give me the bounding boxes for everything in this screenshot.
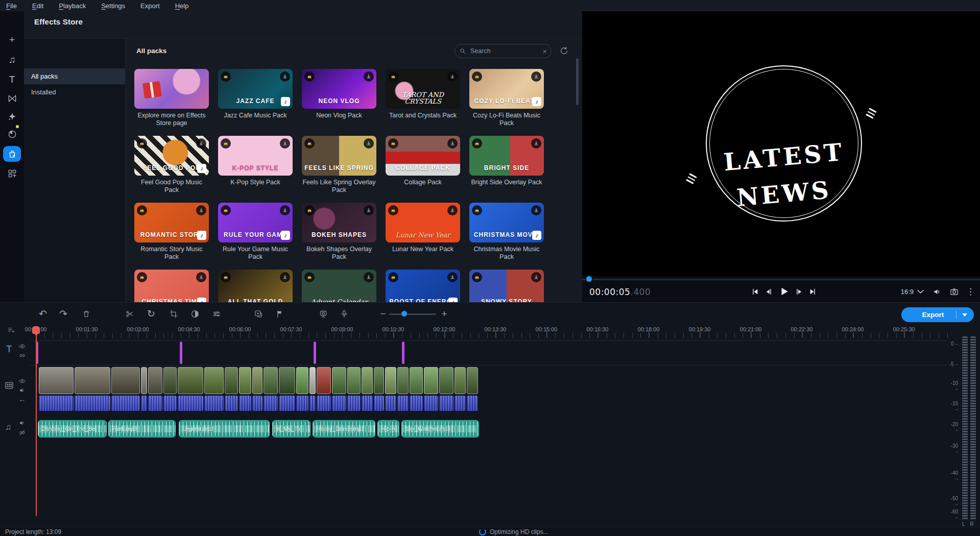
- sidebar-apps-icon[interactable]: [0, 165, 24, 182]
- video-audio-waveform[interactable]: [111, 396, 140, 411]
- timeline-zoom-handle[interactable]: [401, 311, 407, 316]
- video-clip[interactable]: [163, 367, 177, 394]
- video-audio-waveform[interactable]: [467, 396, 478, 411]
- pack-tile[interactable]: BRIGHT SIDEBright Side Overlay Pack: [469, 136, 544, 186]
- video-audio-waveform[interactable]: [204, 396, 224, 411]
- zoom-in-icon[interactable]: +: [438, 308, 450, 320]
- video-audio-waveform[interactable]: [410, 396, 423, 411]
- pack-tile[interactable]: TAROT AND CRYSTALSTarot and Crystals Pac…: [386, 69, 460, 119]
- pack-tile[interactable]: BOKEH SHAPESBokeh Shapes Overlay Pack: [302, 203, 376, 261]
- video-clip[interactable]: [347, 367, 361, 394]
- pack-tile[interactable]: Advent Calendar: [302, 270, 376, 303]
- download-icon[interactable]: [280, 138, 290, 149]
- video-track-visibility-icon[interactable]: [18, 377, 26, 385]
- download-icon[interactable]: [280, 272, 290, 282]
- video-clip[interactable]: [332, 367, 346, 394]
- pack-tile[interactable]: ROMANTIC STORY♪Romantic Story Music Pack: [134, 203, 209, 261]
- video-clip[interactable]: [397, 367, 409, 394]
- video-clip[interactable]: [317, 367, 331, 394]
- video-audio-waveform[interactable]: [264, 396, 278, 411]
- seek-handle[interactable]: [585, 275, 593, 283]
- sidebar-store-icon[interactable]: [3, 146, 21, 162]
- audio-clip[interactable]: Legend.mp3: [179, 420, 270, 437]
- pack-tile[interactable]: SNOWY STORY: [469, 270, 544, 303]
- video-audio-waveform[interactable]: [252, 396, 262, 411]
- audio-clip[interactable]: In_My_To: [272, 420, 310, 437]
- video-audio-waveform[interactable]: [424, 396, 438, 411]
- adjust-icon[interactable]: [210, 308, 223, 320]
- video-clip[interactable]: [252, 367, 262, 394]
- download-icon[interactable]: [531, 71, 541, 82]
- video-audio-waveform[interactable]: [439, 396, 453, 411]
- video-clip[interactable]: [39, 367, 74, 394]
- audio-clip[interactable]: Hip-H: [377, 420, 399, 437]
- pack-tile[interactable]: COLLAGE PACKCollage Pack: [386, 136, 460, 186]
- download-icon[interactable]: [447, 272, 458, 282]
- menu-item-file[interactable]: File: [6, 2, 17, 10]
- clear-search-icon[interactable]: ×: [542, 47, 547, 55]
- mic-icon[interactable]: [338, 308, 350, 320]
- pack-tile[interactable]: Lunar New YearLunar New Year Pack: [386, 203, 460, 253]
- menu-item-export[interactable]: Export: [140, 2, 160, 10]
- contrast-icon[interactable]: [189, 308, 201, 320]
- audio-clip[interactable]: Dancing_On_The_Be: [38, 420, 107, 437]
- aspect-ratio-select[interactable]: 16:9: [901, 287, 925, 297]
- sidebar-effects-icon[interactable]: [0, 108, 24, 125]
- video-clip[interactable]: [148, 367, 162, 394]
- menu-item-edit[interactable]: Edit: [32, 2, 43, 10]
- refresh-icon[interactable]: [558, 45, 569, 56]
- video-audio-waveform[interactable]: [148, 396, 162, 411]
- video-audio-waveform[interactable]: [397, 396, 409, 411]
- video-clip[interactable]: [362, 367, 373, 394]
- audio-clip[interactable]: Happy_Dance.mp3: [313, 420, 375, 437]
- title-track-link-icon[interactable]: [18, 352, 26, 359]
- redo-icon[interactable]: ↷: [57, 308, 69, 320]
- pack-tile[interactable]: BOOST OF ENERGY♪: [386, 270, 460, 303]
- pack-tile[interactable]: FEELS LIKE SPRINGFeels Like Spring Overl…: [302, 136, 376, 194]
- video-audio-waveform[interactable]: [374, 396, 384, 411]
- add-track-icon[interactable]: [7, 326, 15, 334]
- overlay-icon[interactable]: [252, 308, 265, 320]
- download-icon[interactable]: [531, 272, 541, 282]
- search-box[interactable]: ×: [455, 44, 552, 58]
- video-audio-waveform[interactable]: [279, 396, 295, 411]
- audio-clip[interactable]: Funk.mp3: [108, 420, 176, 437]
- nav-item-installed[interactable]: Installed: [24, 84, 125, 100]
- more-options-icon[interactable]: ⋮: [966, 286, 975, 297]
- download-icon[interactable]: [447, 138, 458, 149]
- download-icon[interactable]: [364, 272, 374, 282]
- playhead-handle[interactable]: [32, 326, 40, 334]
- download-icon[interactable]: [280, 71, 290, 82]
- download-icon[interactable]: [196, 205, 206, 215]
- pack-tile[interactable]: RULE YOUR GAME♪Rule Your Game Music Pack: [218, 203, 293, 261]
- audio-clip[interactable]: Sky_Watcher.mp3: [401, 420, 479, 437]
- audio-track-mute-icon[interactable]: [18, 419, 26, 427]
- menu-item-playback[interactable]: Playback: [59, 2, 86, 10]
- volume-icon[interactable]: [933, 287, 942, 297]
- pack-tile[interactable]: COZY LO-FI BEATS♪Cozy Lo-Fi Beats Music …: [469, 69, 544, 127]
- video-audio-waveform[interactable]: [178, 396, 203, 411]
- video-audio-waveform[interactable]: [455, 396, 466, 411]
- sidebar-titles-icon[interactable]: T: [0, 71, 24, 88]
- undo-icon[interactable]: ↶: [37, 308, 49, 320]
- video-audio-waveform[interactable]: [39, 396, 74, 411]
- pack-tile[interactable]: K-POP STYLEK-Pop Style Pack: [218, 136, 293, 186]
- title-track-visibility-icon[interactable]: [18, 343, 26, 350]
- video-audio-waveform[interactable]: [309, 396, 316, 411]
- video-track-arrow-icon[interactable]: ←: [18, 395, 26, 403]
- sidebar-stickers-icon[interactable]: [0, 126, 24, 142]
- step-back-icon[interactable]: [764, 287, 773, 296]
- audio-track-unlink-icon[interactable]: [18, 429, 26, 436]
- download-icon[interactable]: [196, 272, 206, 282]
- pack-tile[interactable]: Explore more on Effects Store page: [134, 69, 209, 127]
- video-clip[interactable]: [204, 367, 224, 394]
- webcam-icon[interactable]: [317, 308, 329, 320]
- video-clip[interactable]: [264, 367, 278, 394]
- download-icon[interactable]: [531, 205, 541, 215]
- video-clip[interactable]: [467, 367, 478, 394]
- video-audio-waveform[interactable]: [75, 396, 110, 411]
- download-icon[interactable]: [364, 205, 374, 215]
- download-icon[interactable]: [364, 138, 374, 149]
- pack-tile[interactable]: FEEL GOOD POP♪Feel Good Pop Music Pack: [134, 136, 209, 194]
- video-audio-waveform[interactable]: [296, 396, 308, 411]
